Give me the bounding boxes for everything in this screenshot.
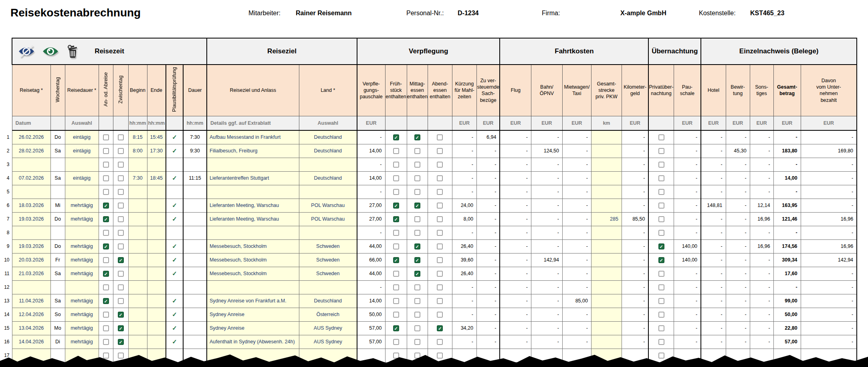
anab-checkbox[interactable] [103,189,109,195]
strecke-cell[interactable] [591,144,622,158]
reisetag-cell[interactable]: 28.02.2026 [12,144,50,158]
beginn-cell[interactable]: 8:15 [128,130,147,144]
beginn-cell[interactable]: 8:00 [128,144,147,158]
reisedauer-cell[interactable]: eintägig [65,144,99,158]
zwischentag-checkbox[interactable] [118,203,124,209]
zwischentag-checkbox[interactable]: ✓ [118,339,124,345]
fruehstueck-checkbox[interactable]: ✓ [393,216,399,222]
mittag-checkbox[interactable] [414,175,420,181]
land-cell[interactable]: AUS Sydney [299,335,357,349]
land-cell[interactable] [299,158,357,171]
mittag-checkbox[interactable] [414,298,420,304]
anab-checkbox[interactable] [103,162,109,168]
fruehstueck-checkbox[interactable] [393,230,399,236]
abend-checkbox[interactable] [437,134,443,140]
privat-checkbox[interactable] [658,216,664,222]
reisetag-cell[interactable] [12,185,50,199]
privat-checkbox[interactable] [658,175,664,181]
beginn-cell[interactable] [128,335,147,349]
privat-checkbox[interactable] [658,203,664,209]
reisetag-cell[interactable]: 19.03.2026 [12,239,50,253]
strecke-cell[interactable] [591,280,622,294]
zwischentag-checkbox[interactable] [118,271,124,277]
reisedauer-cell[interactable]: eintägig [65,171,99,185]
anab-checkbox[interactable]: ✓ [103,216,109,222]
land-cell[interactable]: Österreich [299,308,357,321]
mittag-checkbox[interactable]: ✓ [414,203,420,209]
ende-cell[interactable] [147,226,166,239]
mittag-checkbox[interactable] [414,162,420,168]
beginn-cell[interactable] [128,199,147,212]
anab-checkbox[interactable] [103,284,109,290]
privat-checkbox[interactable] [658,339,664,345]
land-cell[interactable] [299,185,357,199]
ende-cell[interactable]: 18:45 [147,171,166,185]
beginn-cell[interactable] [128,239,147,253]
strecke-cell[interactable] [591,267,622,280]
ende-cell[interactable] [147,199,166,212]
fruehstueck-checkbox[interactable] [393,284,399,290]
ende-cell[interactable] [147,280,166,294]
reisetag-cell[interactable]: 26.02.2026 [12,130,50,144]
reisetag-cell[interactable]: 20.03.2026 [12,253,50,267]
reisedauer-cell[interactable]: eintägig [65,130,99,144]
abend-checkbox[interactable] [437,271,443,277]
abend-checkbox[interactable] [437,148,443,154]
strecke-cell[interactable]: 285 [591,212,622,226]
beginn-cell[interactable] [128,308,147,321]
anab-checkbox[interactable] [103,230,109,236]
ende-cell[interactable] [147,294,166,308]
reisedauer-cell[interactable]: mehrtägig [65,239,99,253]
abend-checkbox[interactable] [437,257,443,263]
abend-checkbox[interactable]: ✓ [437,325,443,331]
zwischentag-checkbox[interactable] [118,162,124,168]
strecke-cell[interactable] [591,199,622,212]
beginn-cell[interactable] [128,267,147,280]
anab-checkbox[interactable]: ✓ [103,243,109,249]
mittag-checkbox[interactable]: ✓ [414,134,420,140]
fruehstueck-checkbox[interactable] [393,298,399,304]
anab-checkbox[interactable] [103,148,109,154]
privat-checkbox[interactable] [658,162,664,168]
fruehstueck-checkbox[interactable] [393,312,399,318]
reisetag-cell[interactable]: 13.04.2026 [12,321,50,335]
zwischentag-checkbox[interactable]: ✓ [118,257,124,263]
reisedauer-cell[interactable]: mehrtägig [65,199,99,212]
reisedauer-cell[interactable] [65,280,99,294]
ende-cell[interactable] [147,185,166,199]
ziel-cell[interactable] [207,226,299,239]
strecke-cell[interactable] [591,321,622,335]
fruehstueck-checkbox[interactable] [393,175,399,181]
land-cell[interactable]: Deutschland [299,144,357,158]
mittag-checkbox[interactable]: ✓ [414,243,420,249]
fruehstueck-checkbox[interactable] [393,353,399,359]
ende-cell[interactable] [147,239,166,253]
mittag-checkbox[interactable] [414,230,420,236]
mittag-checkbox[interactable]: ✓ [414,271,420,277]
ende-cell[interactable] [147,212,166,226]
fruehstueck-checkbox[interactable] [393,162,399,168]
reisedauer-cell[interactable] [65,158,99,171]
mittag-checkbox[interactable]: ✓ [414,257,420,263]
privat-checkbox[interactable] [658,134,664,140]
ende-cell[interactable] [147,267,166,280]
fruehstueck-checkbox[interactable]: ✓ [393,134,399,140]
anab-checkbox[interactable] [103,339,109,345]
ende-cell[interactable]: 15:45 [147,130,166,144]
beginn-cell[interactable]: 7:30 [128,171,147,185]
beginn-cell[interactable] [128,212,147,226]
land-cell[interactable] [299,226,357,239]
reisedauer-cell[interactable]: mehrtägig [65,212,99,226]
zwischentag-checkbox[interactable] [118,284,124,290]
reisetag-cell[interactable]: 19.03.2026 [12,212,50,226]
zwischentag-checkbox[interactable] [118,189,124,195]
privat-checkbox[interactable] [658,230,664,236]
land-cell[interactable]: Deutschland [299,294,357,308]
reisetag-cell[interactable] [12,226,50,239]
ende-cell[interactable] [147,158,166,171]
privat-checkbox[interactable] [658,271,664,277]
strecke-cell[interactable] [591,185,622,199]
fruehstueck-checkbox[interactable] [393,189,399,195]
ziel-cell[interactable] [207,280,299,294]
mittag-checkbox[interactable] [414,148,420,154]
